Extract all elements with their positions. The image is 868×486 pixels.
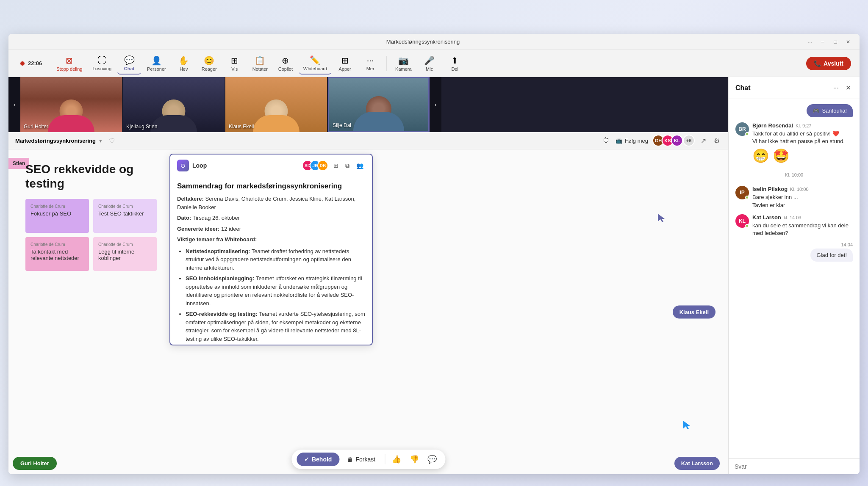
mer-label: Mer xyxy=(366,66,374,71)
video-next-button[interactable]: › xyxy=(430,77,441,132)
avslutt-button[interactable]: 📞 Avslutt xyxy=(806,57,851,70)
sticky-4[interactable]: Charlotte de Crum Legg til interne kobli… xyxy=(93,237,157,271)
personer-label: Personer xyxy=(147,66,166,72)
minimize-button[interactable]: – xyxy=(818,37,827,47)
maximize-button[interactable]: □ xyxy=(831,37,840,47)
mer-button[interactable]: ··· Mer xyxy=(358,52,382,75)
chat-input[interactable] xyxy=(735,463,854,470)
share-button[interactable]: ↗ xyxy=(699,135,708,146)
del-button[interactable]: ⬆ Del xyxy=(443,52,467,75)
bjorn-name-time: Bjørn Rosendal Kl. 9:27 xyxy=(752,122,853,129)
settings-button[interactable]: ⚙ xyxy=(712,135,721,146)
bullet-1-title: Nettstedsoptimalisering: xyxy=(186,248,250,254)
vis-label: Vis xyxy=(231,66,238,72)
losriving-icon: ⛶ xyxy=(98,55,106,65)
stopp-deling-button[interactable]: ⊠ Stopp deling xyxy=(52,52,86,75)
sticky-2[interactable]: Charlotte de Crum Test SEO-taktikker xyxy=(93,199,157,233)
chat-panel: Chat ··· ✕ 🎮 Santouka! BR xyxy=(728,77,860,474)
bjorn-msg-2: Vi har ikke hatt en pause på en stund. xyxy=(752,138,853,145)
personer-button[interactable]: 👤 Personer xyxy=(143,52,170,75)
copilot-button[interactable]: ⊕ Copilot xyxy=(274,52,297,75)
loop-grid-icon[interactable]: ⊞ xyxy=(332,160,340,171)
time-divider-1000: Kl. 10:00 xyxy=(735,172,853,177)
sticky-3[interactable]: Charlotte de Crum Ta kontakt med relevan… xyxy=(25,237,89,271)
video-strip: ‹ Guri Holter Kjellaug Stien xyxy=(8,77,728,132)
video-thumb-silje-dal[interactable]: Silje Dal xyxy=(328,77,430,132)
emoji-grin: 😁 xyxy=(752,148,769,164)
video-thumb-klaus-ekeli[interactable]: Klaus Ekeli xyxy=(225,77,327,132)
loop-people-icon[interactable]: 👥 xyxy=(355,160,365,171)
kat-avatar-wrapper: KL xyxy=(735,214,749,228)
vis-icon: ⊞ xyxy=(231,55,238,66)
self-msg-text: Glad for det! xyxy=(816,252,847,258)
discard-trash-icon: 🗑 xyxy=(347,456,353,463)
notater-button[interactable]: 📋 Notater xyxy=(248,52,272,75)
santouka-emoji: 🎮 xyxy=(813,108,819,114)
chat-title: Chat xyxy=(735,84,828,92)
reager-label: Reager xyxy=(202,66,217,72)
meeting-title-display: Markedsføringssynkronisering ▾ xyxy=(15,138,102,144)
video-thumb-kjellaug-stien[interactable]: Kjellaug Stien xyxy=(123,77,225,132)
hev-icon: ✋ xyxy=(178,55,189,66)
more-options-button[interactable]: ··· xyxy=(805,37,815,47)
loop-app-icon: ⊙ xyxy=(177,160,189,171)
chat-more-button[interactable]: ··· xyxy=(832,83,840,94)
del-icon: ⬆ xyxy=(451,55,458,66)
comment-button[interactable]: 💬 xyxy=(424,452,440,467)
chat-button[interactable]: 💬 Chat xyxy=(117,52,141,75)
loop-header: ⊙ Loop SD JK DB ⊞ ⧉ 👥 xyxy=(170,155,372,175)
vis-button[interactable]: ⊞ Vis xyxy=(223,52,247,75)
left-panel: SEO rekkevidde og testing Charlotte de C… xyxy=(8,149,165,474)
kat-badge: Kat Larsson xyxy=(674,457,720,470)
mic-label: Mic xyxy=(426,66,433,72)
iselin-avatar-wrapper: IP xyxy=(735,186,749,199)
apper-label: Apper xyxy=(338,66,351,72)
date-value: Tirsdag 26. oktober xyxy=(193,215,240,221)
follow-icon: 📺 xyxy=(616,138,622,144)
reager-button[interactable]: 😊 Reager xyxy=(197,52,221,75)
apper-icon: ⊞ xyxy=(341,55,349,66)
keep-button[interactable]: ✓ Behold xyxy=(297,453,339,466)
avatar-plus[interactable]: +6 xyxy=(683,135,695,146)
self-msg-wrapper: 14:04 Glad for det! xyxy=(735,242,853,262)
losriving-button[interactable]: ⛶ Løsriving xyxy=(88,52,116,75)
whiteboard-button[interactable]: ✏️ Whiteboard xyxy=(299,52,331,75)
whiteboard-canvas[interactable]: Stien SEO rekkevidde og testing Charlott… xyxy=(8,149,728,474)
iselin-name-time: Iselin Pilskog Kl. 10:00 xyxy=(752,186,853,192)
apper-button[interactable]: ⊞ Apper xyxy=(333,52,357,75)
reager-icon: 😊 xyxy=(204,55,214,66)
hev-button[interactable]: ✋ Hev xyxy=(172,52,196,75)
personer-icon: 👤 xyxy=(151,55,162,66)
sticky-3-text: Ta kontakt med relevante nettsteder xyxy=(31,249,84,261)
stopp-deling-icon: ⊠ xyxy=(66,55,73,66)
discard-button[interactable]: 🗑 Forkast xyxy=(341,453,381,466)
loop-app-name: Loop xyxy=(192,162,207,169)
whiteboard-label: Whiteboard xyxy=(303,66,327,71)
loop-ideas: Genererte ideer: 12 ideer xyxy=(177,225,365,233)
mic-button[interactable]: 🎤 Mic xyxy=(418,52,441,75)
keep-label: Behold xyxy=(312,456,332,463)
bjorn-avatar-wrapper: BR xyxy=(735,122,749,136)
avatar-3[interactable]: KL xyxy=(671,135,683,146)
chat-close-button[interactable]: ✕ xyxy=(844,82,853,94)
kamera-button[interactable]: 📷 Kamera xyxy=(391,52,416,75)
timer-area: 22:06 xyxy=(17,60,45,66)
meeting-bar-controls: ⏱ 📺 Følg meg GH KS KL +6 ↗ ⚙ xyxy=(601,135,721,146)
close-button[interactable]: ✕ xyxy=(843,37,853,47)
bjorn-content: Bjørn Rosendal Kl. 9:27 Takk for at du a… xyxy=(752,122,853,164)
timer-icon-button[interactable]: ⏱ xyxy=(601,135,611,146)
loop-copy-icon[interactable]: ⧉ xyxy=(344,160,351,171)
video-label-guri: Guri Holter xyxy=(24,124,48,130)
video-thumb-guri-holter[interactable]: Guri Holter xyxy=(20,77,122,132)
follow-me-button[interactable]: 📺 Følg meg xyxy=(616,138,648,144)
loop-participants: Deltakere: Serena Davis, Charlotte de Cr… xyxy=(177,195,365,211)
thumbs-up-button[interactable]: 👍 xyxy=(388,452,405,467)
iselin-content: Iselin Pilskog Kl. 10:00 Bare sjekker in… xyxy=(752,186,853,209)
meeting-bar: Markedsføringssynkronisering ▾ ♡ ⏱ 📺 Føl… xyxy=(8,132,728,149)
sticky-1[interactable]: Charlotte de Crum Fokuser på SEO xyxy=(25,199,89,233)
participant-avatars: GH KS KL +6 xyxy=(652,135,695,146)
thumbs-down-button[interactable]: 👎 xyxy=(406,452,422,467)
sticky-1-text: Fokuser på SEO xyxy=(31,210,71,217)
video-prev-button[interactable]: ‹ xyxy=(8,77,20,132)
meeting-title-chevron[interactable]: ▾ xyxy=(99,138,102,144)
